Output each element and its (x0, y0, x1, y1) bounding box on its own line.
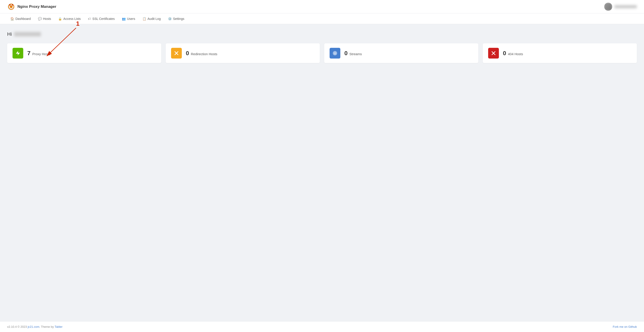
nav-label-settings: Settings (173, 17, 184, 20)
user-greeting-name (14, 32, 41, 36)
proxy-hosts-label: Proxy Hosts (32, 52, 50, 56)
nav-label-users: Users (127, 17, 135, 20)
nav-item-dashboard[interactable]: 🏠 Dashboard (7, 15, 34, 22)
footer-tabler-link[interactable]: Tabler (54, 325, 62, 329)
home-icon: 🏠 (10, 17, 14, 20)
app-logo-icon (7, 3, 15, 11)
page-footer: v2.10.4 © 2023 jc21.com. Theme by Tabler… (0, 321, 644, 332)
svg-marker-8 (16, 51, 20, 55)
greeting: Hi (7, 31, 637, 37)
footer-jc21-link[interactable]: jc21.com (28, 325, 39, 329)
svg-point-4 (12, 4, 13, 5)
streams-content: 0 Streams (344, 50, 362, 57)
404-hosts-count: 0 (503, 50, 506, 57)
redirection-hosts-count: 0 (186, 50, 189, 57)
avatar (604, 3, 612, 11)
streams-card[interactable]: 0 Streams (324, 43, 478, 63)
nav-item-audit-log[interactable]: 📋 Audit Log (139, 15, 164, 22)
redirection-hosts-icon (171, 48, 182, 58)
redirection-hosts-label: Redirection Hosts (191, 52, 217, 56)
nav-item-ssl-certificates[interactable]: 🏷 SSL Certificates (85, 15, 118, 22)
nav-label-dashboard: Dashboard (16, 17, 31, 20)
nav-item-settings[interactable]: ⚙️ Settings (165, 15, 188, 22)
audit-icon: 📋 (142, 17, 146, 20)
ssl-icon: 🏷 (88, 17, 91, 20)
settings-icon: ⚙️ (168, 17, 172, 20)
streams-count: 0 (344, 50, 348, 57)
proxy-hosts-content: 7 Proxy Hosts (27, 50, 50, 57)
lock-icon: 🔒 (58, 17, 62, 20)
nav-item-access-lists[interactable]: 🔒 Access Lists (55, 15, 84, 22)
nav-item-users[interactable]: 👥 Users (119, 15, 138, 22)
users-icon: 👥 (122, 17, 126, 20)
streams-label: Streams (349, 52, 362, 56)
nav-label-hosts: Hosts (43, 17, 51, 20)
404-hosts-card[interactable]: 0 404 Hosts (483, 43, 637, 63)
footer-github-link[interactable]: Fork me on Github (613, 325, 637, 329)
header-left: Nginx Proxy Manager (7, 3, 56, 11)
app-header: Nginx Proxy Manager (0, 0, 644, 13)
nav-label-ssl: SSL Certificates (92, 17, 115, 20)
footer-version: v2.10.4 © 2023 jc21.com. Theme by Tabler (7, 325, 62, 329)
streams-icon (330, 48, 340, 58)
nav-label-access-lists: Access Lists (63, 17, 81, 20)
greeting-text: Hi (7, 31, 12, 37)
redirection-hosts-content: 0 Redirection Hosts (186, 50, 217, 57)
redirection-hosts-card[interactable]: 0 Redirection Hosts (166, 43, 320, 63)
nav-label-audit: Audit Log (148, 17, 161, 20)
404-hosts-icon (488, 48, 499, 58)
proxy-hosts-count: 7 (27, 50, 30, 57)
main-content: 1 Hi 7 Proxy Hosts (0, 24, 644, 321)
svg-point-3 (9, 4, 10, 5)
proxy-hosts-icon (12, 48, 23, 58)
nav-item-hosts[interactable]: 💬 Hosts (35, 15, 54, 22)
404-hosts-content: 0 404 Hosts (503, 50, 523, 57)
header-right (604, 3, 637, 11)
hosts-icon: 💬 (38, 17, 42, 20)
svg-point-11 (334, 52, 336, 54)
404-hosts-label: 404 Hosts (508, 52, 523, 56)
stats-cards-grid: 7 Proxy Hosts 0 Redirection Hosts (7, 43, 637, 63)
main-nav: 🏠 Dashboard 💬 Hosts 🔒 Access Lists 🏷 SSL… (0, 13, 644, 24)
svg-point-2 (10, 5, 12, 8)
user-name (614, 5, 637, 8)
app-title: Nginx Proxy Manager (18, 4, 56, 9)
proxy-hosts-card[interactable]: 7 Proxy Hosts (7, 43, 161, 63)
